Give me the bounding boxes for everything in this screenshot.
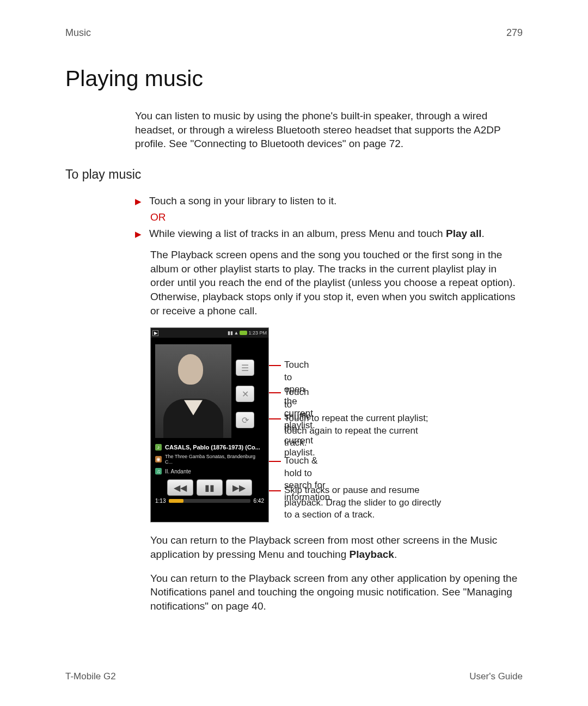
album-text: The Three Gamba Sonatas, Brandenburg C..… (165, 454, 264, 465)
page-footer: T-Mobile G2 User's Guide (65, 671, 523, 682)
phone-screenshot: ▶ ▮▮ ▲ 1:23 PM ☰ ✕ ⟳ (150, 327, 269, 522)
annotation-column: Touch to open the current playlist. Touc… (269, 327, 284, 522)
artist-text: CASALS, Pablo (1876-1973) (Co... (165, 444, 260, 451)
pause-button[interactable]: ▮▮ (197, 479, 223, 496)
artist-icon: ♪ (155, 444, 162, 451)
play-indicator-icon: ▶ (152, 330, 158, 336)
annotation: Skip tracks or pause and resume playback… (284, 484, 448, 520)
step-marker-icon: ▶ (135, 196, 142, 207)
annotation: Touch to repeat the current playlist; to… (284, 412, 437, 448)
next-icon: ▶▶ (232, 483, 246, 493)
step-text: Touch a song in your library to listen t… (149, 194, 336, 208)
repeat-button[interactable]: ⟳ (236, 412, 254, 428)
page-title: Playing music (65, 66, 523, 92)
album-art[interactable] (155, 344, 231, 438)
intro-paragraph: You can listen to music by using the pho… (135, 109, 523, 151)
step-text: While viewing a list of tracks in an alb… (149, 227, 485, 241)
body-paragraph: The Playback screen opens and the song y… (150, 248, 523, 318)
track-text: II. Andante (165, 468, 191, 474)
next-button[interactable]: ▶▶ (226, 479, 252, 496)
seek-slider[interactable] (169, 499, 250, 503)
playlist-button[interactable]: ☰ (236, 360, 254, 376)
playback-figure: ▶ ▮▮ ▲ 1:23 PM ☰ ✕ ⟳ (150, 327, 523, 522)
bars-icon: ▲ (234, 330, 239, 336)
or-separator: OR (150, 211, 523, 223)
previous-icon: ◀◀ (174, 483, 187, 493)
album-icon: ◉ (155, 456, 162, 462)
clock-text: 1:23 PM (248, 330, 267, 336)
body-paragraph: You can return to the Playback screen fr… (150, 533, 523, 561)
footer-left: T-Mobile G2 (65, 671, 116, 682)
total-time: 6:42 (254, 498, 264, 504)
battery-icon (240, 331, 247, 335)
subheading: To play music (65, 167, 523, 182)
album-row[interactable]: ◉ The Three Gamba Sonatas, Brandenburg C… (151, 452, 268, 466)
pause-icon: ▮▮ (205, 483, 215, 493)
signal-icon: ▮▮ (228, 330, 233, 336)
track-row[interactable]: ♫ II. Andante (151, 466, 268, 476)
shuffle-button[interactable]: ✕ (236, 386, 254, 402)
page-number: 279 (506, 27, 523, 39)
body-paragraph: You can return to the Playback screen fr… (150, 571, 523, 613)
step-item: ▶ Touch a song in your library to listen… (135, 194, 523, 208)
footer-right: User's Guide (469, 671, 523, 682)
playlist-icon: ☰ (241, 363, 249, 373)
repeat-icon: ⟳ (242, 415, 249, 425)
track-icon: ♫ (155, 468, 162, 474)
previous-button[interactable]: ◀◀ (167, 479, 193, 496)
elapsed-time: 1:13 (155, 498, 166, 504)
status-bar: ▶ ▮▮ ▲ 1:23 PM (151, 328, 268, 338)
shuffle-icon: ✕ (242, 389, 249, 399)
section-label: Music (65, 27, 91, 39)
artist-row[interactable]: ♪ CASALS, Pablo (1876-1973) (Co... (151, 442, 268, 452)
page-header: Music 279 (65, 27, 523, 39)
step-marker-icon: ▶ (135, 229, 142, 240)
step-item: ▶ While viewing a list of tracks in an a… (135, 227, 523, 241)
